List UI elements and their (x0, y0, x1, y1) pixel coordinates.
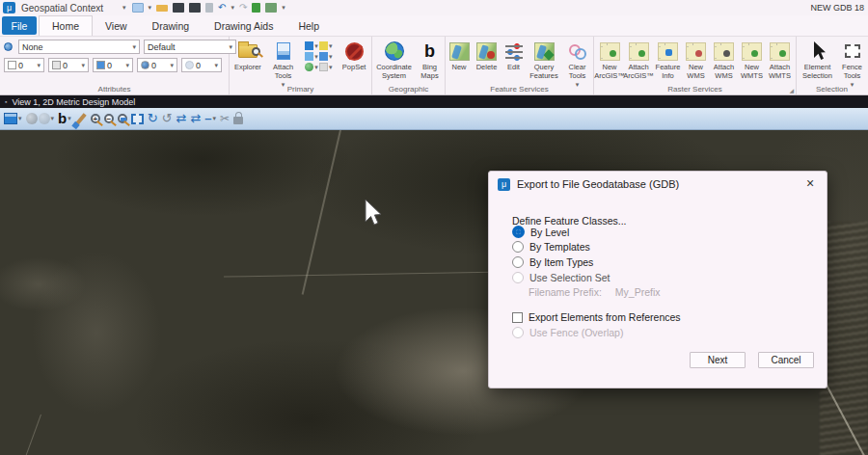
feature-new-icon (449, 42, 470, 61)
view-menu-icon[interactable]: ▪ (5, 98, 7, 105)
popset-icon (345, 42, 364, 61)
tab-file[interactable]: File (2, 16, 37, 35)
window-area-button[interactable] (118, 114, 127, 123)
element-selection-button[interactable]: Element Selection (798, 40, 838, 80)
attach-arcgis-button[interactable]: Attach ArcGIS™ (624, 40, 654, 80)
window-area-icon (118, 114, 127, 123)
redo-icon[interactable]: ↷ (239, 3, 247, 13)
group-label-geographic: Geographic (372, 85, 445, 94)
view-title-bar: ▪ View 1, 2D Metric Design Model (0, 95, 868, 108)
new-arcgis-icon (600, 42, 620, 61)
view-next-button[interactable]: ⇄ (190, 112, 201, 125)
radio-by-level[interactable]: By Level (512, 226, 569, 238)
arcgis-dot-icon (638, 50, 645, 57)
transparency-combo[interactable]: 0 ▾ (181, 58, 222, 72)
attach-wms-button[interactable]: Attach WMS (710, 40, 739, 80)
references-icon[interactable] (319, 41, 328, 50)
tab-home[interactable]: Home (39, 15, 93, 36)
zoom-in-button[interactable]: + (91, 114, 100, 123)
new-wms-icon (686, 42, 706, 61)
plot-caret-icon[interactable]: ▾ (149, 4, 152, 12)
models-icon[interactable] (305, 41, 313, 50)
radio-label: Use Fence (Overlap) (529, 327, 623, 338)
folder-icon[interactable] (156, 5, 168, 12)
next-button[interactable]: Next (690, 352, 746, 368)
save-icon[interactable] (173, 3, 184, 13)
mini-caret-icon[interactable]: ▾ (314, 53, 318, 61)
dialog-header[interactable]: μ Export to File Geodatabase (GDB) × (489, 172, 827, 197)
undo-caret-icon[interactable]: ▾ (231, 4, 234, 12)
properties-icon[interactable] (319, 52, 328, 61)
workflow-selector[interactable]: Geospatial Context (21, 3, 122, 13)
view-previous-button[interactable]: ⇄ (176, 112, 187, 125)
display-style-button[interactable]: ▾ (26, 113, 55, 124)
levels-icon[interactable] (305, 52, 313, 61)
clip-volume-button[interactable]: ✂ (220, 112, 230, 125)
view-more-button[interactable]: – ▾ (204, 112, 216, 125)
close-icon[interactable]: × (802, 175, 818, 191)
cancel-button[interactable]: Cancel (758, 352, 814, 368)
line-style-combo[interactable]: 0 ▾ (93, 58, 133, 72)
feature-new-button[interactable]: New (447, 40, 473, 72)
mini-caret-icon[interactable]: ▾ (314, 42, 318, 50)
export-references-checkbox[interactable]: Export Elements from References (512, 311, 681, 323)
mini-caret-icon[interactable]: ▾ (329, 42, 333, 50)
radio-use-selection-set[interactable]: Use Selection Set (512, 272, 610, 283)
tab-help[interactable]: Help (285, 15, 332, 36)
attach-tools-button[interactable]: Attach Tools ▾ (266, 40, 301, 89)
tab-drawing[interactable]: Drawing (140, 15, 203, 36)
clear-tools-button[interactable]: Clear Tools ▾ (562, 40, 593, 89)
feature-edit-button[interactable]: Edit (502, 40, 527, 72)
mini-caret-icon[interactable]: ▾ (329, 53, 333, 61)
print-icon[interactable] (265, 3, 277, 13)
mini-caret-icon[interactable]: ▾ (314, 64, 318, 71)
workflow-caret-icon[interactable]: ▾ (122, 4, 126, 12)
clip-mask-button[interactable] (233, 113, 243, 124)
tab-view[interactable]: View (93, 15, 140, 36)
coordinate-system-button[interactable]: Coordinate System (373, 40, 416, 80)
fence-tools-button[interactable]: Fence Tools ▾ (838, 40, 867, 89)
zoom-out-button[interactable]: − (104, 114, 114, 123)
new-arcgis-button[interactable]: New ArcGIS™ (596, 40, 624, 80)
background-map-button[interactable]: b ▾ (58, 110, 71, 127)
delete-mark-icon (487, 51, 495, 59)
more-tools-icon[interactable] (319, 63, 328, 71)
update-view-button[interactable] (75, 113, 87, 125)
line-weight-combo[interactable]: 0 ▾ (137, 58, 177, 72)
radio-label: By Item Types (529, 256, 593, 268)
template-combo[interactable]: None ▾ (18, 40, 140, 54)
undo-icon[interactable]: ↶ (218, 3, 226, 13)
attach-wmts-button[interactable]: Attach WMTS (766, 40, 795, 80)
level-combo[interactable]: 0 ▾ (4, 58, 44, 72)
road-line (224, 271, 513, 277)
radio-by-templates[interactable]: By Templates (512, 241, 590, 253)
color-combo[interactable]: 0 ▾ (48, 58, 89, 72)
auxiliary-icon[interactable] (305, 63, 313, 71)
rotate-view-button[interactable]: ↻ (148, 112, 158, 125)
qat-more-caret-icon[interactable]: ▾ (282, 4, 285, 12)
new-wmts-button[interactable]: New WMTS (739, 40, 766, 80)
tab-drawing-aids[interactable]: Drawing Aids (202, 15, 285, 36)
view-attributes-button[interactable]: ▾ (4, 113, 22, 124)
dialog-launcher-icon[interactable]: ◢ (789, 87, 794, 94)
mini-caret-icon[interactable]: ▾ (329, 64, 333, 71)
explorer-button[interactable]: Explorer (230, 40, 266, 72)
marker-icon[interactable] (252, 3, 260, 13)
group-label-primary: Primary (230, 85, 371, 94)
ribbon: None ▾ Default ▾ 0 ▾ 0 ▾ (0, 37, 868, 95)
plot-icon[interactable] (132, 3, 144, 13)
style-combo[interactable]: Default ▾ (144, 40, 236, 54)
fit-view-button[interactable] (131, 114, 144, 124)
feature-info-button[interactable]: Feature Info (654, 40, 683, 80)
rotate-left-icon: ↺ (162, 112, 173, 125)
rotate-view-ccw-button[interactable]: ↺ (162, 112, 173, 125)
radio-by-item-types[interactable]: By Item Types (512, 256, 593, 268)
bing-maps-button[interactable]: b Bing Maps (416, 40, 445, 80)
query-features-button[interactable]: Query Features (527, 40, 562, 80)
tool-icon[interactable] (205, 3, 213, 13)
wmts-dot-icon (751, 50, 758, 57)
feature-delete-button[interactable]: Delete (473, 40, 502, 72)
save-settings-icon[interactable] (189, 3, 201, 13)
new-wms-button[interactable]: New WMS (683, 40, 710, 80)
popset-button[interactable]: PopSet (337, 40, 371, 72)
